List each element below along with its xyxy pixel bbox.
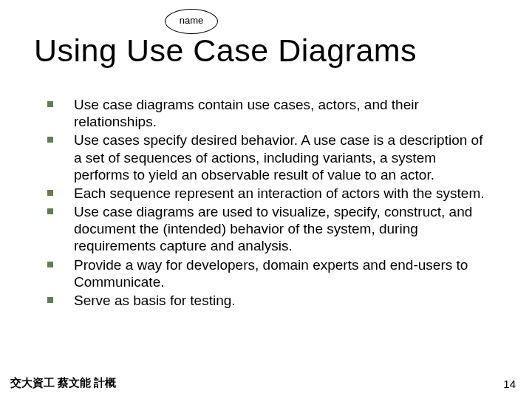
list-item: Use case diagrams are used to visualize,… [44, 203, 488, 255]
slide-body: Use case diagrams contain use cases, act… [44, 96, 488, 310]
list-item: Use cases specify desired behavior. A us… [44, 132, 488, 183]
bullet-text: Use cases specify desired behavior. A us… [74, 132, 482, 182]
bullet-list: Use case diagrams contain use cases, act… [44, 96, 488, 309]
footer-left-text: 交大資工 蔡文能 計概 [10, 376, 116, 390]
bullet-text: Use case diagrams are used to visualize,… [74, 204, 472, 253]
bullet-square-icon [47, 137, 53, 143]
list-item: Serve as basis for testing. [44, 292, 488, 309]
bullet-square-icon [47, 262, 53, 267]
bullet-text: Provide a way for developers, domain exp… [74, 257, 468, 290]
page-number: 14 [503, 378, 516, 390]
bullet-square-icon [47, 297, 53, 303]
list-item: Each sequence represent an interaction o… [44, 185, 488, 202]
bullet-text: Use case diagrams contain use cases, act… [74, 97, 419, 129]
slide-title: Using Use Case Diagrams [34, 33, 417, 69]
slide: name Using Use Case Diagrams Use case di… [0, 0, 532, 399]
list-item: Provide a way for developers, domain exp… [44, 256, 488, 290]
bullet-square-icon [47, 190, 53, 196]
list-item: Use case diagrams contain use cases, act… [44, 96, 488, 130]
bullet-square-icon [47, 208, 53, 214]
bullet-text: Each sequence represent an interaction o… [74, 185, 485, 201]
bullet-text: Serve as basis for testing. [74, 293, 236, 308]
bullet-square-icon [47, 101, 53, 107]
name-callout-oval: name [165, 9, 218, 34]
